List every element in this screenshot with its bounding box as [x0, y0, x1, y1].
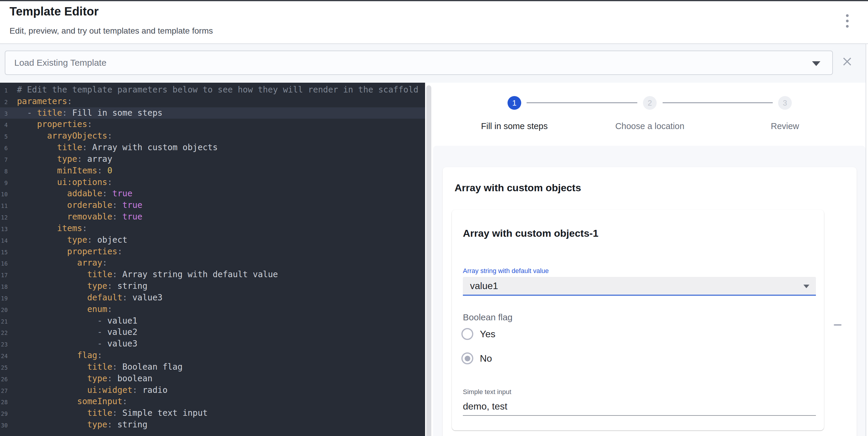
code-token: - — [17, 316, 107, 326]
code-token — [17, 177, 57, 187]
stepper-step-1-label: Fill in some steps — [455, 121, 574, 131]
text-field-label: Simple text input — [463, 388, 512, 396]
code-token — [17, 223, 57, 233]
code-line-14[interactable]: 14 type: object — [0, 234, 425, 246]
line-number: 17 — [0, 269, 8, 281]
more-options-button[interactable] — [839, 12, 856, 29]
line-number: 12 — [0, 212, 8, 223]
code-line-28[interactable]: 28 someInput: — [0, 396, 425, 407]
code-token — [17, 408, 87, 418]
code-token: : — [82, 223, 87, 233]
code-line-11[interactable]: 11 orderable: true — [0, 200, 425, 211]
code-token: Array with custom objects — [87, 142, 218, 152]
code-line-20[interactable]: 20 enum: — [0, 304, 425, 315]
code-token: : — [112, 269, 117, 279]
code-token: 0 — [102, 166, 113, 175]
code-token — [17, 212, 67, 222]
load-existing-template-select[interactable]: Load Existing Template — [5, 51, 833, 75]
code-token: : — [82, 142, 87, 152]
code-line-26[interactable]: 26 type: boolean — [0, 373, 425, 384]
code-line-27[interactable]: 27 ui:widget: radio — [0, 384, 425, 396]
code-line-16[interactable]: 16 array: — [0, 257, 425, 269]
code-line-22[interactable]: 22 - value2 — [0, 327, 425, 338]
code-line-5[interactable]: 5 arrayObjects: — [0, 130, 425, 142]
radio-checked-icon[interactable] — [461, 353, 473, 364]
remove-array-item-button[interactable] — [829, 316, 846, 333]
array-item-card: Array with custom objects-1 Array string… — [452, 210, 824, 430]
code-token: : — [132, 385, 137, 395]
code-token — [17, 350, 77, 360]
code-line-4[interactable]: 4 properties: — [0, 119, 425, 130]
clear-selection-button[interactable] — [839, 53, 856, 70]
code-token: title — [87, 408, 112, 418]
line-number: 10 — [0, 189, 8, 200]
code-line-17[interactable]: 17 title: Array string with default valu… — [0, 269, 425, 280]
code-token: array — [77, 258, 102, 268]
line-number: 19 — [0, 293, 8, 304]
code-line-21[interactable]: 21 - value1 — [0, 315, 425, 327]
radio-option-yes[interactable]: Yes — [461, 328, 495, 340]
code-token: type — [57, 154, 77, 164]
code-line-15[interactable]: 15 properties: — [0, 246, 425, 258]
code-token: type — [87, 420, 107, 430]
code-line-3[interactable]: 3 - title: Fill in some steps — [0, 107, 425, 119]
code-token — [17, 304, 87, 314]
code-token: Simple text input — [117, 408, 208, 418]
code-token — [17, 373, 87, 383]
line-number: 20 — [0, 304, 8, 316]
code-token: # Edit the template parameters below to … — [17, 85, 418, 95]
kebab-dot — [846, 14, 849, 17]
line-number: 22 — [0, 327, 8, 339]
code-line-30[interactable]: 30 type: string — [0, 419, 425, 431]
line-number: 21 — [0, 316, 8, 328]
line-number: 6 — [0, 142, 8, 154]
code-token: : — [107, 420, 112, 430]
code-token — [17, 235, 67, 245]
code-line-1[interactable]: 1# Edit the template parameters below to… — [0, 84, 425, 96]
code-line-6[interactable]: 6 title: Array with custom objects — [0, 142, 425, 154]
code-line-9[interactable]: 9 ui:options: — [0, 177, 425, 188]
code-token: ui:options — [57, 177, 107, 187]
radio-option-no[interactable]: No — [461, 353, 492, 364]
code-line-18[interactable]: 18 type: string — [0, 280, 425, 292]
array-string-select[interactable]: value1 — [463, 277, 816, 296]
radio-group-label: Boolean flag — [463, 312, 513, 323]
page-title: Template Editor — [9, 5, 98, 18]
code-line-8[interactable]: 8 minItems: 0 — [0, 165, 425, 177]
line-number: 16 — [0, 258, 8, 269]
code-token: value2 — [107, 327, 137, 337]
code-line-25[interactable]: 25 title: Boolean flag — [0, 361, 425, 373]
code-token: true — [107, 189, 132, 198]
code-line-19[interactable]: 19 default: value3 — [0, 292, 425, 304]
code-line-23[interactable]: 23 - value3 — [0, 338, 425, 350]
code-token: : — [107, 281, 112, 291]
editor-resize-handle[interactable] — [426, 86, 431, 436]
code-token: boolean — [112, 373, 152, 383]
code-token: : — [62, 108, 67, 118]
array-item-title: Array with custom objects-1 — [463, 228, 598, 239]
code-token: properties — [37, 119, 87, 129]
code-token — [17, 119, 37, 129]
code-line-10[interactable]: 10 addable: true — [0, 188, 425, 200]
code-line-12[interactable]: 12 removable: true — [0, 211, 425, 223]
simple-text-input[interactable]: demo, test — [463, 401, 507, 412]
code-token: title — [87, 269, 112, 279]
line-number: 11 — [0, 200, 8, 212]
radio-unchecked-icon[interactable] — [461, 328, 473, 340]
code-lines: 1# Edit the template parameters below to… — [0, 84, 425, 431]
code-line-7[interactable]: 7 type: array — [0, 154, 425, 165]
step-number: 3 — [783, 98, 787, 108]
code-token: enum — [87, 304, 107, 314]
code-line-13[interactable]: 13 items: — [0, 223, 425, 234]
yaml-code-editor[interactable]: 1# Edit the template parameters below to… — [0, 83, 425, 436]
code-line-29[interactable]: 29 title: Simple text input — [0, 407, 425, 419]
code-line-24[interactable]: 24 flag: — [0, 350, 425, 361]
radio-option-label: Yes — [480, 329, 495, 340]
line-number: 9 — [0, 177, 8, 189]
code-line-2[interactable]: 2parameters: — [0, 96, 425, 107]
form-section-card: Array with custom objects Array with cus… — [443, 167, 857, 436]
kebab-dot — [846, 25, 849, 28]
form-section-title: Array with custom objects — [455, 182, 581, 194]
code-token — [17, 258, 77, 268]
code-token: : — [122, 397, 127, 406]
